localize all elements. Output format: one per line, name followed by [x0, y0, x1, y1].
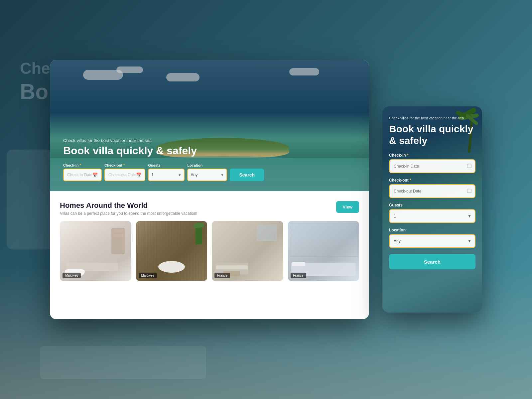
property-grid: Maldives Maldives [60, 221, 359, 281]
mobile-checkout-input-wrapper [389, 184, 475, 198]
property-card-3[interactable]: France [212, 221, 283, 281]
checkin-group: Check-in * Check-in Date 📅 [63, 163, 102, 181]
mobile-guests-label: Guests [389, 203, 475, 207]
homes-header: Homes Around the World Villas can be a p… [60, 201, 359, 216]
search-btn-group: Search [230, 169, 264, 181]
checkout-calendar-icon: 📅 [136, 173, 141, 178]
property-card-4[interactable]: France [288, 221, 359, 281]
checkout-group: Check-out * Check-out Date 📅 [104, 163, 145, 181]
property-card-2[interactable]: Maldives [136, 221, 207, 281]
mobile-checkin-group: Check-in * [389, 153, 475, 173]
property-label-3: France [214, 273, 230, 278]
search-form-inline: Check-in * Check-in Date 📅 Check-out * [63, 163, 356, 181]
guests-label: Guests [148, 163, 185, 167]
mobile-form-content: Check villas for the best vacation near … [382, 106, 482, 313]
hero-subtitle: Check villas for the best vacation near … [63, 138, 356, 143]
homes-subtitle: Villas can be a perfect place for you to… [60, 211, 197, 216]
mobile-checkin-label: Check-in * [389, 153, 475, 158]
homes-info: Homes Around the World Villas can be a p… [60, 201, 197, 216]
mobile-checkout-group: Check-out * [389, 178, 475, 198]
mobile-subtitle: Check villas for the best vacation near … [389, 116, 475, 121]
homes-section: Homes Around the World Villas can be a p… [50, 191, 369, 319]
property-label-2: Maldives [139, 273, 157, 278]
checkout-input[interactable]: Check-out Date 📅 [104, 169, 145, 181]
hero-title: Book villa quickly & safely [63, 145, 356, 157]
guests-group: Guests 1 2 3 4 5+ ▼ [148, 163, 185, 181]
mobile-guests-select-wrapper: 1 2 3 4 5+ ▼ [389, 209, 475, 223]
mobile-checkout-calendar-icon [467, 189, 471, 194]
mobile-checkin-input-wrapper [389, 159, 475, 173]
property-label-1: Maldives [63, 273, 81, 278]
checkin-input[interactable]: Check-in Date 📅 [63, 169, 102, 181]
mobile-location-label: Location [389, 228, 475, 232]
property-label-4: France [291, 273, 306, 278]
search-button-inline[interactable]: Search [230, 169, 264, 181]
mobile-checkout-input[interactable] [389, 184, 475, 198]
mobile-location-select-wrapper: Any Maldives France Bali Thailand ▼ [389, 234, 475, 248]
mobile-checkin-input[interactable] [389, 159, 475, 173]
mobile-checkout-label: Check-out * [389, 178, 475, 183]
svg-rect-0 [467, 164, 471, 168]
mobile-search-form: Check-in * [389, 153, 475, 306]
main-layout: Check villas for the best vacation near … [0, 0, 532, 399]
hero-section: Check villas for the best vacation near … [50, 60, 369, 191]
mobile-guests-select[interactable]: 1 2 3 4 5+ [389, 209, 475, 223]
checkin-calendar-icon: 📅 [92, 173, 98, 178]
location-select[interactable]: Any Maldives France Bali Thailand [187, 169, 227, 181]
guests-select[interactable]: 1 2 3 4 5+ [148, 169, 185, 181]
desktop-card: Check villas for the best vacation near … [50, 60, 369, 319]
mobile-card: Check villas for the best vacation near … [382, 106, 482, 313]
mobile-location-group: Location Any Maldives France Bali Thaila… [389, 228, 475, 248]
svg-rect-1 [467, 189, 471, 193]
mobile-search-button[interactable]: Search [389, 254, 475, 269]
mobile-guests-group: Guests 1 2 3 4 5+ ▼ [389, 203, 475, 223]
location-group: Location Any Maldives France Bali Thaila… [187, 163, 227, 181]
homes-title: Homes Around the World [60, 201, 197, 210]
mobile-location-select[interactable]: Any Maldives France Bali Thailand [389, 234, 475, 248]
checkin-label: Check-in * [63, 163, 102, 167]
view-all-button[interactable]: View [336, 201, 359, 213]
mobile-checkin-calendar-icon [467, 164, 471, 169]
property-card-1[interactable]: Maldives [60, 221, 131, 281]
hero-content: Check villas for the best vacation near … [63, 138, 356, 181]
mobile-title: Book villa quickly & safely [389, 123, 475, 146]
location-label: Location [187, 163, 227, 167]
checkout-label: Check-out * [104, 163, 145, 167]
